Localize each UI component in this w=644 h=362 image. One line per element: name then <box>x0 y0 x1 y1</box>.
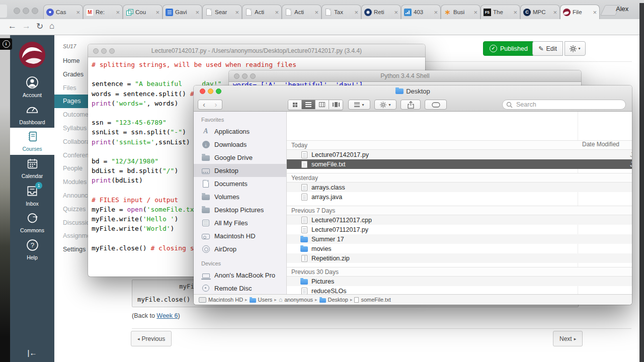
tab-close-icon[interactable]: × <box>473 9 477 16</box>
sidebar-item-remote-disc[interactable]: Remote Disc <box>194 282 286 294</box>
sidebar-item-applications[interactable]: AApplications <box>194 125 286 138</box>
browser-tab-the[interactable]: The× <box>480 5 520 19</box>
back-icon[interactable]: ← <box>8 21 17 31</box>
week6-link[interactable]: Week 6 <box>156 312 178 319</box>
file-row[interactable]: PicturesJul 2, 2017, 12:38 PM <box>287 277 632 286</box>
global-nav-inbox[interactable]: 1Inbox <box>10 182 54 209</box>
sidebar-item-anon-s-macbook-pro[interactable]: Anon's MacBook Pro <box>194 268 286 282</box>
school-logo[interactable] <box>19 41 46 68</box>
browser-tab-acti[interactable]: Acti× <box>242 5 282 19</box>
global-nav-courses[interactable]: Courses <box>10 128 54 155</box>
window-close-button[interactable] <box>93 48 99 54</box>
sidebar-item-desktop[interactable]: Desktop <box>194 164 286 177</box>
path-segment-somefile-txt[interactable]: someFile.txt <box>354 297 390 303</box>
tag-button[interactable] <box>425 100 447 110</box>
published-button[interactable]: ✓ Published <box>483 41 534 56</box>
search-input[interactable] <box>515 101 622 109</box>
window-minimize-button[interactable] <box>242 73 248 79</box>
finder-back-button[interactable]: ‹ <box>198 100 210 110</box>
window-zoom-button[interactable] <box>109 48 115 54</box>
sidebar-item-macintosh-hd[interactable]: Macintosh HD <box>194 229 286 242</box>
tab-close-icon[interactable]: × <box>553 9 557 16</box>
browser-tab-mpc[interactable]: MPC× <box>520 5 560 19</box>
tab-close-icon[interactable]: × <box>593 9 597 16</box>
previous-page-button[interactable]: ◂ Previous <box>131 331 172 346</box>
global-nav-calendar[interactable]: Calendar <box>10 155 54 182</box>
file-row[interactable]: someFile.txtJul 14, 2017, 10:52 AM <box>287 159 632 169</box>
browser-tab-busi[interactable]: Busi× <box>441 5 480 19</box>
tab-close-icon[interactable]: × <box>434 9 438 16</box>
window-close-button[interactable] <box>234 73 239 79</box>
tab-close-icon[interactable]: × <box>195 9 199 16</box>
next-page-button[interactable]: Next ▸ <box>553 331 583 346</box>
path-segment-anonymous[interactable]: ⌂anonymous <box>279 297 313 303</box>
sidebar-item-volumes[interactable]: Volumes <box>194 190 286 203</box>
file-row[interactable]: Lecture07112017.pyJul 11, 2017, 1:02 PM <box>287 225 632 234</box>
browser-tab-403[interactable]: 403× <box>401 5 441 19</box>
page-settings-button[interactable]: ▾ <box>565 41 586 56</box>
browser-tab-reti[interactable]: Reti× <box>361 5 401 19</box>
window-zoom-button[interactable] <box>250 73 256 79</box>
path-segment-users[interactable]: Users <box>250 297 273 303</box>
column-view-button[interactable] <box>315 100 329 109</box>
window-zoom-button[interactable] <box>32 8 38 14</box>
finder-window[interactable]: Desktop ‹ › ▾ ▾ <box>194 85 632 305</box>
tab-close-icon[interactable]: × <box>314 9 318 16</box>
tab-close-icon[interactable]: × <box>513 9 517 16</box>
sidebar-item-downloads[interactable]: ↓Downloads <box>194 138 286 151</box>
global-nav-dashboard[interactable]: Dashboard <box>10 101 54 128</box>
browser-tab-re:[interactable]: Re: × <box>83 5 123 19</box>
finder-search-field[interactable] <box>502 100 626 110</box>
browser-tab-sear[interactable]: Sear× <box>202 5 242 19</box>
file-row[interactable]: arrays.javaJul 13, 2017, 7:44 PM <box>287 192 632 202</box>
file-row[interactable]: Lecture07112017.cppJul 11, 2017, 4:58 PM <box>287 215 632 225</box>
tab-close-icon[interactable]: × <box>76 9 80 16</box>
window-minimize-button[interactable] <box>101 48 107 54</box>
browser-tab-tax[interactable]: Tax× <box>321 5 361 19</box>
action-gear-button[interactable]: ▾ <box>374 100 396 110</box>
global-nav-commons[interactable]: Commons <box>10 209 54 236</box>
file-row[interactable]: Repetition.zipJul 8, 2017, 7:10 PM <box>287 253 632 263</box>
tab-close-icon[interactable]: × <box>394 9 398 16</box>
edit-button[interactable]: ✎ Edit <box>532 41 563 56</box>
tab-close-icon[interactable]: × <box>275 9 279 16</box>
window-close-button[interactable] <box>14 8 20 14</box>
path-segment-desktop[interactable]: Desktop <box>319 297 348 303</box>
coverflow-view-button[interactable] <box>329 100 343 109</box>
icon-view-button[interactable] <box>288 100 302 109</box>
list-view-button[interactable] <box>302 100 315 109</box>
sidebar-item-airdrop[interactable]: AirDrop <box>194 242 286 255</box>
path-segment-macintosh-hd[interactable]: Macintosh HD <box>199 297 243 303</box>
forward-icon[interactable]: → <box>22 21 31 31</box>
shell-titlebar[interactable]: Python 3.4.4 Shell <box>229 70 581 82</box>
file-row[interactable]: Lecture07142017.pyJul 14, 2017, 10:52 AM <box>287 150 632 159</box>
global-nav-help[interactable]: ?Help <box>10 236 54 263</box>
browser-profile-name[interactable]: Alex <box>616 5 628 13</box>
arrange-button[interactable]: ▾ <box>348 100 370 110</box>
sidebar-item-google-drive[interactable]: Google Drive <box>194 151 286 164</box>
tab-close-icon[interactable]: × <box>235 9 239 16</box>
file-row[interactable]: moviesJul 8, 2017, 8:33 PM <box>287 244 632 253</box>
browser-tab-acti[interactable]: Acti× <box>282 5 321 19</box>
share-button[interactable] <box>400 100 421 110</box>
file-row[interactable]: Summer 17Jul 9, 2017, 8:29 AM <box>287 234 632 244</box>
tab-close-icon[interactable]: × <box>116 9 120 16</box>
window-minimize-button[interactable] <box>23 8 29 14</box>
reload-icon[interactable]: ↻ <box>36 21 43 32</box>
global-nav-account[interactable]: Account <box>10 73 54 101</box>
finder-header[interactable]: Desktop ‹ › ▾ ▾ <box>194 85 632 112</box>
tab-close-icon[interactable]: × <box>354 9 358 16</box>
browser-tab-file[interactable]: File× <box>560 5 600 19</box>
sidebar-item-documents[interactable]: Documents <box>194 177 286 190</box>
file-row[interactable]: reduceSLOsJul 1, 2017, 12:05 PM <box>287 286 632 294</box>
browser-tab-cou[interactable]: Cou× <box>123 5 163 19</box>
browser-tab-gavi[interactable]: Gavi× <box>163 5 202 19</box>
tab-close-icon[interactable]: × <box>155 9 159 16</box>
python-shell-window[interactable]: Python 3.4.4 Shell words= ['A', 'beautif… <box>229 70 581 86</box>
sidebar-item-desktop-pictures[interactable]: Desktop Pictures <box>194 203 286 216</box>
nav-collapse-icon[interactable]: |← <box>10 348 54 357</box>
date-modified-column-header[interactable]: Date Modified <box>582 141 619 148</box>
finder-forward-button[interactable]: › <box>210 100 222 110</box>
file-row[interactable]: arrays.classJul 13, 2017, 7:44 PM <box>287 183 632 192</box>
sidebar-item-all-my-files[interactable]: All My Files <box>194 216 286 229</box>
